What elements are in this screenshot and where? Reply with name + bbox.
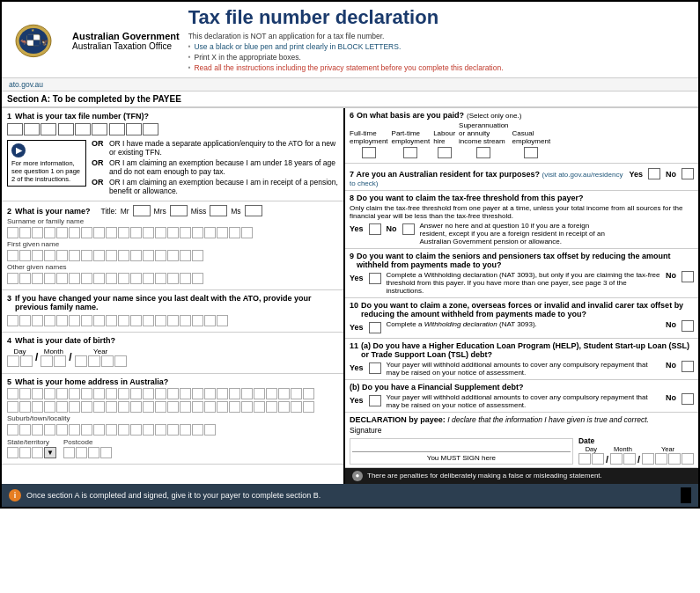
q8-no-box[interactable] [402, 223, 415, 235]
first-box-12[interactable] [143, 250, 154, 261]
first-box-10[interactable] [118, 250, 129, 261]
addr1-4[interactable] [44, 388, 55, 399]
q10-no-box[interactable] [682, 320, 694, 332]
dob-year-4[interactable] [114, 355, 127, 367]
surname-box-2[interactable] [19, 227, 31, 238]
surname-box-9[interactable] [106, 227, 117, 238]
decl-day-2[interactable] [592, 453, 604, 465]
state-2[interactable] [19, 447, 31, 458]
sub-6[interactable] [69, 424, 80, 436]
addr2-25[interactable] [303, 401, 314, 413]
dob-day-2[interactable] [20, 355, 33, 367]
tfn-digit-8[interactable] [126, 123, 142, 135]
tfn-digit-6[interactable] [92, 123, 107, 135]
sub-1[interactable] [7, 424, 18, 436]
first-box-7[interactable] [81, 250, 92, 261]
addr2-19[interactable] [229, 401, 240, 413]
q10-yes-box[interactable] [369, 322, 381, 333]
sub-2[interactable] [19, 424, 31, 436]
prev-box-8[interactable] [93, 315, 105, 326]
first-box-16[interactable] [192, 250, 203, 261]
surname-box-17[interactable] [204, 227, 216, 238]
sub-17[interactable] [204, 424, 216, 436]
prev-box-11[interactable] [130, 315, 142, 326]
surname-box-10[interactable] [118, 227, 129, 238]
pc-1[interactable] [63, 447, 75, 458]
tfn-digit-1[interactable] [7, 123, 23, 135]
addr2-8[interactable] [93, 401, 105, 413]
tfn-digit-4[interactable] [58, 123, 74, 135]
addr2-6[interactable] [69, 401, 80, 413]
addr1-13[interactable] [155, 388, 166, 399]
addr1-25[interactable] [303, 388, 314, 399]
prev-box-6[interactable] [69, 315, 80, 326]
addr2-16[interactable] [192, 401, 203, 413]
addr1-9[interactable] [106, 388, 117, 399]
first-box-5[interactable] [56, 250, 68, 261]
prev-box-7[interactable] [81, 315, 92, 326]
tfn-digit-2[interactable] [24, 123, 40, 135]
other-box-7[interactable] [81, 273, 92, 284]
addr1-2[interactable] [19, 388, 31, 399]
first-box-11[interactable] [130, 250, 142, 261]
addr1-24[interactable] [291, 388, 302, 399]
other-box-5[interactable] [56, 273, 68, 284]
emp-fulltime-box[interactable] [362, 147, 376, 158]
sub-16[interactable] [192, 424, 203, 436]
addr2-15[interactable] [180, 401, 191, 413]
q9-no-box[interactable] [682, 271, 694, 282]
dob-year-3[interactable] [101, 355, 114, 367]
addr1-11[interactable] [130, 388, 142, 399]
emp-labour-box[interactable] [438, 147, 452, 158]
sub-8[interactable] [93, 424, 105, 436]
sub-9[interactable] [106, 424, 117, 436]
pc-4[interactable] [100, 447, 112, 458]
addr2-13[interactable] [155, 401, 166, 413]
miss-box[interactable] [210, 205, 227, 216]
addr2-14[interactable] [167, 401, 179, 413]
q8-yes-box[interactable] [369, 223, 381, 235]
q7-no-box[interactable] [682, 168, 694, 179]
first-box-13[interactable] [155, 250, 166, 261]
addr2-23[interactable] [278, 401, 290, 413]
other-box-16[interactable] [192, 273, 203, 284]
state-3[interactable] [32, 447, 43, 458]
addr1-15[interactable] [180, 388, 191, 399]
tfn-digit-5[interactable] [75, 123, 91, 135]
emp-parttime-box[interactable] [403, 147, 417, 158]
addr2-1[interactable] [7, 401, 18, 413]
surname-box-6[interactable] [69, 227, 80, 238]
mrs-box[interactable] [170, 205, 188, 216]
surname-box-20[interactable] [241, 227, 253, 238]
other-box-8[interactable] [93, 273, 105, 284]
addr1-21[interactable] [254, 388, 265, 399]
surname-box-11[interactable] [130, 227, 142, 238]
signature-box[interactable]: You MUST SIGN here [350, 438, 573, 465]
prev-box-16[interactable] [192, 315, 203, 326]
first-box-2[interactable] [19, 250, 31, 261]
q9-yes-box[interactable] [369, 273, 381, 284]
other-box-15[interactable] [180, 273, 191, 284]
prev-box-10[interactable] [118, 315, 129, 326]
sub-12[interactable] [143, 424, 154, 436]
sub-4[interactable] [44, 424, 55, 436]
first-box-8[interactable] [93, 250, 105, 261]
addr2-20[interactable] [241, 401, 253, 413]
addr2-22[interactable] [266, 401, 277, 413]
addr1-16[interactable] [192, 388, 203, 399]
first-box-3[interactable] [32, 250, 43, 261]
surname-box-13[interactable] [155, 227, 166, 238]
sub-7[interactable] [81, 424, 92, 436]
prev-box-1[interactable] [7, 315, 18, 326]
dob-day-1[interactable] [7, 355, 19, 367]
sub-10[interactable] [118, 424, 129, 436]
decl-month-2[interactable] [623, 453, 636, 465]
prev-box-2[interactable] [19, 315, 31, 326]
addr2-17[interactable] [204, 401, 216, 413]
addr2-7[interactable] [81, 401, 92, 413]
other-box-14[interactable] [167, 273, 179, 284]
other-box-6[interactable] [69, 273, 80, 284]
surname-box-1[interactable] [7, 227, 18, 238]
addr1-18[interactable] [217, 388, 228, 399]
dob-month-1[interactable] [41, 355, 53, 367]
